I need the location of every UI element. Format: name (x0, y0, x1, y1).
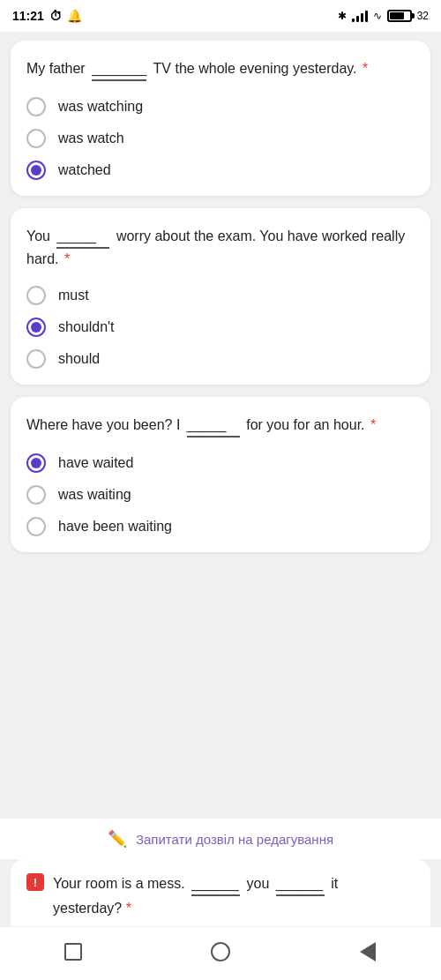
radio-q2-1[interactable] (26, 286, 46, 305)
option-q3-2[interactable]: was waiting (26, 485, 415, 505)
home-icon (211, 942, 230, 961)
main-content: My father _______ TV the whole evening y… (0, 32, 441, 561)
blank-partial-2: ______ (276, 873, 325, 896)
required-mark-partial: * (126, 901, 131, 916)
battery-level: 32 (417, 10, 429, 22)
time-display: 11:21 (12, 9, 44, 23)
radio-q1-1[interactable] (26, 97, 46, 116)
partial-question-card: ! Your room is a mess. ______ you ______… (11, 859, 430, 926)
option-label-q2-3: should (58, 351, 100, 367)
bluetooth-icon: ✱ (338, 10, 347, 22)
edit-request-bar[interactable]: ✏️ Запитати дозвіл на редагування (0, 818, 441, 859)
question-card-1: My father _______ TV the whole evening y… (11, 41, 430, 196)
option-label-q1-2: was watch (58, 131, 124, 146)
radio-inner-q1-3 (31, 165, 41, 176)
radio-q2-2[interactable] (26, 318, 46, 337)
square-icon (64, 943, 82, 961)
partial-question-suffix: yesterday? * (26, 898, 415, 919)
blank-q3: _____ (187, 415, 240, 438)
radio-inner-q2-2 (31, 322, 41, 333)
blank-partial-1: ______ (191, 873, 240, 896)
required-mark-q1: * (363, 61, 368, 76)
radio-q1-2[interactable] (26, 129, 46, 148)
radio-q3-1[interactable] (26, 453, 46, 473)
status-bar-right: ✱ ∿ 32 (338, 10, 429, 22)
bottom-overlay: ✏️ Запитати дозвіл на редагування ! Your… (0, 818, 441, 980)
clock-icon: ⏱ (49, 9, 62, 23)
question-text-1: My father _______ TV the whole evening y… (26, 58, 415, 81)
nav-home-button[interactable] (205, 936, 236, 968)
radio-inner-q3-1 (31, 458, 41, 468)
status-bar-left: 11:21 ⏱ 🔔 (12, 9, 82, 23)
option-label-q1-1: was watching (58, 99, 143, 115)
option-q3-3[interactable]: have been waiting (26, 517, 415, 536)
nav-square-button[interactable] (57, 936, 89, 968)
status-bar: 11:21 ⏱ 🔔 ✱ ∿ 32 (0, 0, 441, 32)
radio-q3-2[interactable] (26, 485, 46, 505)
option-q2-2[interactable]: shouldn't (26, 318, 415, 337)
back-icon (360, 942, 376, 961)
option-label-q3-2: was waiting (58, 487, 131, 503)
option-q1-2[interactable]: was watch (26, 129, 415, 148)
edit-request-label[interactable]: Запитати дозвіл на редагування (136, 832, 333, 847)
option-label-q1-3: watched (58, 162, 111, 178)
required-mark-q2: * (64, 251, 70, 266)
radio-q2-3[interactable] (26, 349, 46, 369)
option-q2-3[interactable]: should (26, 349, 415, 369)
blank-q2: _____ (56, 226, 109, 249)
battery-icon (387, 10, 412, 22)
exclamation-icon: ! (26, 873, 44, 891)
option-label-q2-1: must (58, 288, 89, 303)
pencil-icon: ✏️ (108, 829, 127, 849)
required-mark-q3: * (370, 417, 376, 432)
nav-bar (0, 926, 441, 980)
question-card-2: You _____ worry about the exam. You have… (11, 208, 430, 385)
option-label-q3-1: have waited (58, 455, 133, 471)
notification-icon: 🔔 (67, 9, 82, 23)
partial-question-text: Your room is a mess. ______ you ______ i… (53, 873, 338, 896)
radio-q1-3[interactable] (26, 161, 46, 180)
option-q1-1[interactable]: was watching (26, 97, 415, 116)
option-label-q2-2: shouldn't (58, 319, 115, 335)
option-q2-1[interactable]: must (26, 286, 415, 305)
option-label-q3-3: have been waiting (58, 519, 172, 535)
wifi-icon: ∿ (373, 10, 382, 22)
radio-q3-3[interactable] (26, 517, 46, 536)
nav-back-button[interactable] (352, 936, 384, 968)
question-text-3: Where have you been? I _____ for you for… (26, 415, 415, 438)
question-card-3: Where have you been? I _____ for you for… (11, 397, 430, 552)
option-q1-3[interactable]: watched (26, 161, 415, 180)
question-text-2: You _____ worry about the exam. You have… (26, 226, 415, 270)
blank-q1: _______ (92, 58, 146, 81)
option-q3-1[interactable]: have waited (26, 453, 415, 473)
signal-bars (352, 11, 368, 22)
